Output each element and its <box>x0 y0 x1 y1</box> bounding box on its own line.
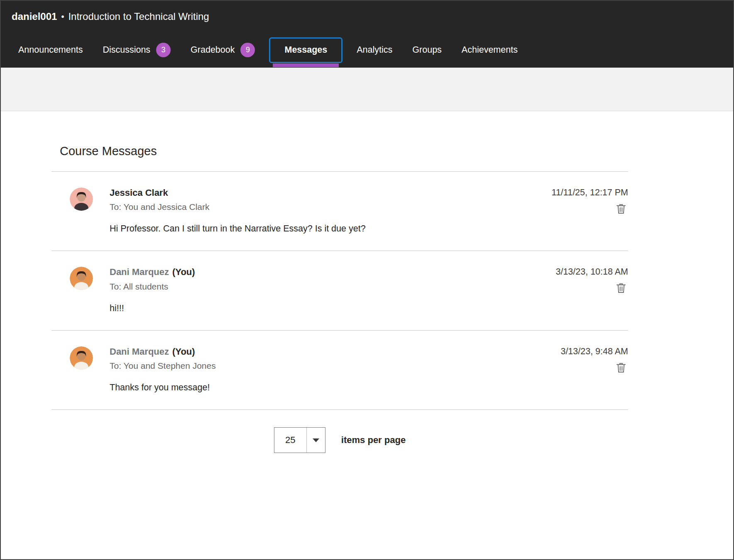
sender-name: Dani Marquez <box>110 346 169 357</box>
course-nav: Announcements Discussions 3 Gradebook 9 … <box>1 32 733 68</box>
avatar <box>70 346 93 370</box>
trash-icon <box>615 369 627 375</box>
topbar: daniel001 • Introduction to Technical Wr… <box>1 1 733 68</box>
course-title: Introduction to Technical Writing <box>68 11 209 22</box>
message-body: hi!!! <box>110 303 555 314</box>
tab-label: Gradebook <box>191 45 235 55</box>
message-row[interactable]: Dani Marquez (You) To: You and Stephen J… <box>51 331 628 410</box>
items-per-page-label: items per page <box>341 435 406 446</box>
message-row[interactable]: Jessica Clark To: You and Jessica Clark … <box>51 172 628 251</box>
timestamp: 3/13/23, 9:48 AM <box>560 346 628 357</box>
items-per-page-value: 25 <box>274 428 306 453</box>
sender-name: Dani Marquez <box>110 267 169 278</box>
chevron-down-icon <box>307 428 325 453</box>
title-separator: • <box>61 12 64 22</box>
you-suffix: (You) <box>172 267 195 278</box>
tab-achievements[interactable]: Achievements <box>452 37 528 63</box>
username: daniel001 <box>12 11 57 22</box>
discussions-count-badge: 3 <box>156 43 171 57</box>
sender-line: Dani Marquez (You) <box>110 346 560 357</box>
message-row[interactable]: Dani Marquez (You) To: All students hi!!… <box>51 251 628 330</box>
you-suffix: (You) <box>172 346 195 357</box>
trash-icon <box>615 289 627 295</box>
course-header: daniel001 • Introduction to Technical Wr… <box>1 1 733 32</box>
tab-announcements[interactable]: Announcements <box>8 37 93 63</box>
message-body: Hi Professor. Can I still turn in the Na… <box>110 224 552 234</box>
tab-label: Announcements <box>18 45 83 55</box>
timestamp: 3/13/23, 10:18 AM <box>555 267 628 278</box>
subheader-band <box>1 68 733 111</box>
sender-name: Jessica Clark <box>110 187 168 198</box>
message-main: Dani Marquez (You) To: You and Stephen J… <box>110 346 560 393</box>
page-title: Course Messages <box>51 144 628 158</box>
message-main: Jessica Clark To: You and Jessica Clark … <box>110 187 552 234</box>
delete-message-button[interactable] <box>614 281 628 295</box>
items-per-page-select[interactable]: 25 <box>274 427 325 453</box>
recipients: To: All students <box>110 282 555 292</box>
tab-label: Achievements <box>462 45 518 55</box>
sender-line: Jessica Clark <box>110 187 552 198</box>
recipients: To: You and Jessica Clark <box>110 202 552 212</box>
message-meta: 3/13/23, 9:48 AM <box>560 346 628 375</box>
tab-label: Messages <box>284 45 327 55</box>
tab-label: Analytics <box>357 45 392 55</box>
timestamp: 11/11/25, 12:17 PM <box>552 187 628 198</box>
message-main: Dani Marquez (You) To: All students hi!!… <box>110 267 555 313</box>
delete-message-button[interactable] <box>614 360 628 375</box>
message-body: Thanks for you message! <box>110 382 560 393</box>
tab-analytics[interactable]: Analytics <box>347 37 402 63</box>
message-meta: 3/13/23, 10:18 AM <box>555 267 628 295</box>
gradebook-count-badge: 9 <box>240 43 255 57</box>
tab-label: Groups <box>412 45 442 55</box>
pagination: 25 items per page <box>51 427 628 453</box>
tab-messages[interactable]: Messages <box>269 37 343 63</box>
sender-line: Dani Marquez (You) <box>110 267 555 278</box>
tab-groups[interactable]: Groups <box>402 37 452 63</box>
avatar <box>70 187 93 211</box>
tab-gradebook[interactable]: Gradebook 9 <box>181 37 265 63</box>
recipients: To: You and Stephen Jones <box>110 361 560 371</box>
course-messages-page: daniel001 • Introduction to Technical Wr… <box>0 0 734 560</box>
tab-label: Discussions <box>103 45 150 55</box>
delete-message-button[interactable] <box>614 202 628 216</box>
message-meta: 11/11/25, 12:17 PM <box>552 187 628 216</box>
main-content: Course Messages Jessica Clark <box>1 144 733 453</box>
tab-discussions[interactable]: Discussions 3 <box>93 37 181 63</box>
trash-icon <box>615 210 627 216</box>
avatar <box>70 267 93 290</box>
message-list: Jessica Clark To: You and Jessica Clark … <box>51 171 628 410</box>
